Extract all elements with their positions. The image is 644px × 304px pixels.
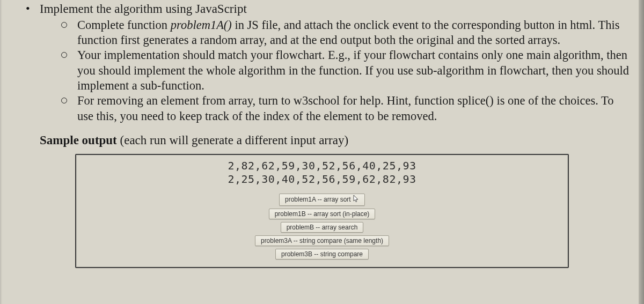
sub1-func: problem1A()	[171, 18, 232, 32]
original-array-line: 2,82,62,59,30,52,56,40,25,93	[228, 159, 416, 173]
sub-item-2: Your implementation should match your fl…	[60, 48, 629, 93]
problem3a-button[interactable]: problem3A -- string compare (same length…	[255, 235, 389, 246]
sub-item-1: Complete function problem1A() in JS file…	[60, 18, 629, 48]
problemb-button[interactable]: problemB -- array search	[281, 222, 364, 233]
outer-bullet-list: Implement the algorithm using JavaScript…	[15, 2, 629, 124]
document-content: Implement the algorithm using JavaScript…	[0, 2, 644, 268]
problem1a-label: problem1A -- array sort	[285, 196, 351, 203]
sample-box-wrap: 2,82,62,59,30,52,56,40,25,93 2,25,30,40,…	[15, 154, 629, 268]
inner-bullet-list: Complete function problem1A() in JS file…	[40, 18, 629, 124]
sorted-array-line: 2,25,30,40,52,56,59,62,82,93	[228, 173, 416, 186]
problem3b-label: problem3B -- string compare	[281, 250, 363, 258]
sub3-text: For removing an element from array, turn…	[77, 94, 613, 122]
page-right-shadow	[639, 0, 644, 304]
sub-item-3: For removing an element from array, turn…	[60, 93, 629, 124]
sample-label-rest: (each run will generate a different inpu…	[117, 134, 348, 147]
sub2-text: Your implementation should match your fl…	[77, 48, 629, 92]
problem1a-button[interactable]: problem1A -- array sort	[279, 194, 365, 206]
problem1b-button[interactable]: problem1B -- array sort (in-place)	[269, 209, 376, 219]
button-stack: problem1A -- array sort problem1B -- arr…	[255, 194, 389, 259]
sub1-prefix: Complete function	[77, 18, 171, 32]
problemb-label: problemB -- array search	[287, 224, 358, 231]
sample-output-heading: Sample output (each run will generate a …	[15, 134, 629, 147]
problem3a-label: problem3A -- string compare (same length…	[261, 237, 383, 244]
problem3b-button[interactable]: problem3B -- string compare	[275, 249, 369, 259]
sample-array-output: 2,82,62,59,30,52,56,40,25,93 2,25,30,40,…	[228, 159, 416, 186]
main-bullet-text: Implement the algorithm using JavaScript	[40, 2, 247, 16]
sample-label-bold: Sample output	[40, 134, 117, 147]
page-left-shadow	[0, 0, 2, 304]
problem1b-label: problem1B -- array sort (in-place)	[275, 210, 370, 218]
sample-output-box: 2,82,62,59,30,52,56,40,25,93 2,25,30,40,…	[75, 154, 569, 268]
cursor-icon	[353, 195, 359, 204]
main-bullet-item: Implement the algorithm using JavaScript…	[26, 2, 629, 124]
